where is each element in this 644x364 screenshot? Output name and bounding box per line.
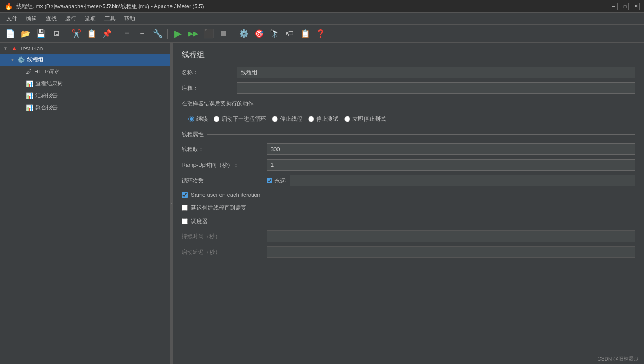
- menu-edit[interactable]: 编辑: [22, 13, 41, 24]
- save-button[interactable]: 🖫: [49, 27, 63, 41]
- run-button[interactable]: ▶: [171, 27, 185, 41]
- menu-options[interactable]: 选项: [81, 13, 100, 24]
- stop-button[interactable]: ⬛: [202, 27, 215, 41]
- sep-3: [167, 29, 168, 39]
- sidebar-item-testplan[interactable]: ▼ 🔺 Test Plan: [0, 43, 170, 54]
- menu-run[interactable]: 运行: [61, 13, 81, 24]
- config-icon: ⚙️: [239, 29, 248, 38]
- panel: 线程组 名称： 注释： 在取样器错误后要执行的动作 继续: [173, 43, 644, 269]
- menu-file[interactable]: 文件: [2, 13, 22, 24]
- summaryreport-label: 汇总报告: [35, 92, 167, 99]
- paste-button[interactable]: 📌: [100, 27, 114, 41]
- sidebar-item-summaryreport[interactable]: 📊 汇总报告: [0, 90, 170, 102]
- title-bar: 🔥 线程组.jmx (D:\java\apache-jmeter-5.5\bin…: [0, 0, 644, 13]
- radio-stop-test[interactable]: 停止测试: [308, 115, 338, 123]
- startup-delay-input[interactable]: [267, 246, 635, 258]
- loop-count-input[interactable]: [290, 175, 635, 186]
- thread-section: 线程属性: [182, 131, 635, 138]
- minimize-button[interactable]: ─: [610, 3, 618, 10]
- list-button[interactable]: 📋: [298, 27, 312, 41]
- menu-find[interactable]: 查找: [41, 13, 61, 24]
- radio-stop-thread-input[interactable]: [272, 116, 278, 122]
- same-user-checkbox[interactable]: [182, 192, 188, 198]
- menu-help[interactable]: 帮助: [120, 13, 139, 24]
- new-icon: 📄: [6, 29, 15, 38]
- remove-button[interactable]: −: [136, 27, 149, 41]
- copy-icon: 📋: [87, 29, 96, 38]
- resulttree-icon: 📊: [26, 80, 33, 87]
- app-icon: 🔥: [4, 2, 13, 10]
- duration-label: 持续时间（秒）: [182, 233, 267, 240]
- sidebar: ▼ 🔺 Test Plan ▼ ⚙️ 线程组 🖊 HTTP请求 📊 查看结果树 …: [0, 43, 170, 364]
- expand-icon-threadgroup: ▼: [10, 58, 15, 62]
- radio-group: 继续 启动下一进程循环 停止线程 停止测试 立即停止测试: [182, 112, 635, 126]
- new-button[interactable]: 📄: [3, 27, 17, 41]
- radio-continue-input[interactable]: [188, 116, 194, 122]
- resulttree-label: 查看结果树: [35, 80, 167, 87]
- remote-button[interactable]: 🎯: [252, 27, 266, 41]
- help-button[interactable]: ❓: [314, 27, 327, 41]
- radio-continue[interactable]: 继续: [188, 115, 208, 123]
- loop-forever-checkbox[interactable]: [267, 178, 272, 183]
- radio-stop-test-now[interactable]: 立即停止测试: [344, 115, 386, 123]
- browse-icon: 🔧: [153, 29, 162, 38]
- radio-stop-thread[interactable]: 停止线程: [272, 115, 302, 123]
- radio-start-next-loop-input[interactable]: [214, 116, 219, 122]
- threadgroup-icon: ⚙️: [17, 56, 25, 63]
- panel-title: 线程组: [182, 50, 635, 60]
- toolbar: 📄 📂 💾 🖫 ✂️ 📋 📌 + − 🔧 ▶ ▶▶ ⬛ ⏹ ⚙️: [0, 25, 644, 43]
- duration-input[interactable]: [267, 230, 635, 242]
- menu-tools[interactable]: 工具: [100, 13, 120, 24]
- sidebar-item-threadgroup[interactable]: ▼ ⚙️ 线程组: [0, 54, 170, 66]
- restore-button[interactable]: □: [621, 3, 629, 10]
- shutdown-button[interactable]: ⏹: [217, 27, 231, 41]
- browse-button[interactable]: 🔧: [151, 27, 165, 41]
- title-bar-controls: ─ □ ✕: [610, 3, 640, 10]
- thread-count-row: 线程数：: [182, 143, 635, 155]
- sidebar-item-resulttree[interactable]: 📊 查看结果树: [0, 78, 170, 90]
- radio-start-next-loop[interactable]: 启动下一进程循环: [214, 115, 266, 123]
- error-section: 在取样器错误后要执行的动作: [182, 100, 635, 108]
- same-user-row: Same user on each iteration: [182, 191, 635, 199]
- scheduler-label: 调度器: [191, 218, 208, 225]
- sidebar-item-http[interactable]: 🖊 HTTP请求: [0, 66, 170, 78]
- comment-row: 注释：: [182, 82, 635, 94]
- radio-stop-test-now-label: 立即停止测试: [352, 115, 386, 123]
- rampup-input[interactable]: [267, 159, 635, 171]
- name-label: 名称：: [182, 69, 237, 76]
- cut-button[interactable]: ✂️: [69, 27, 83, 41]
- thread-count-input[interactable]: [267, 143, 635, 155]
- paste-icon: 📌: [102, 29, 112, 38]
- open-button[interactable]: 📂: [19, 27, 32, 41]
- name-input[interactable]: [237, 67, 635, 78]
- radio-stop-test-now-input[interactable]: [344, 116, 350, 122]
- expand-icon-testplan: ▼: [3, 46, 9, 51]
- sep-1: [66, 29, 66, 39]
- rampup-label: Ramp-Up时间（秒）：: [182, 161, 267, 169]
- menu-bar: 文件 编辑 查找 运行 选项 工具 帮助: [0, 13, 644, 25]
- testplan-label: Test Plan: [20, 45, 167, 52]
- scheduler-checkbox[interactable]: [182, 218, 188, 224]
- label-button[interactable]: 🏷: [283, 27, 297, 41]
- search-toolbar-button[interactable]: 🔭: [268, 27, 281, 41]
- add-button[interactable]: +: [120, 27, 134, 41]
- threadgroup-label: 线程组: [27, 56, 167, 64]
- summaryreport-icon: 📊: [26, 92, 33, 99]
- delay-create-label: 延迟创建线程直到需要: [191, 204, 246, 212]
- copy-button[interactable]: 📋: [85, 27, 98, 41]
- comment-input[interactable]: [237, 82, 635, 94]
- run-no-pause-button[interactable]: ▶▶: [186, 27, 200, 41]
- config-button[interactable]: ⚙️: [237, 27, 251, 41]
- save-as-button[interactable]: 💾: [34, 27, 48, 41]
- aggregatereport-label: 聚合报告: [35, 104, 167, 111]
- cut-icon: ✂️: [72, 29, 81, 38]
- sidebar-item-aggregatereport[interactable]: 📊 聚合报告: [0, 102, 170, 114]
- save-icon: 🖫: [53, 30, 60, 37]
- radio-stop-test-label: 停止测试: [316, 115, 338, 123]
- close-button[interactable]: ✕: [632, 3, 640, 10]
- radio-stop-test-input[interactable]: [308, 116, 314, 122]
- delay-create-checkbox[interactable]: [182, 205, 188, 211]
- loop-forever-label[interactable]: 永远: [267, 177, 286, 185]
- content-area: 线程组 名称： 注释： 在取样器错误后要执行的动作 继续: [173, 43, 644, 364]
- thread-count-label: 线程数：: [182, 146, 267, 153]
